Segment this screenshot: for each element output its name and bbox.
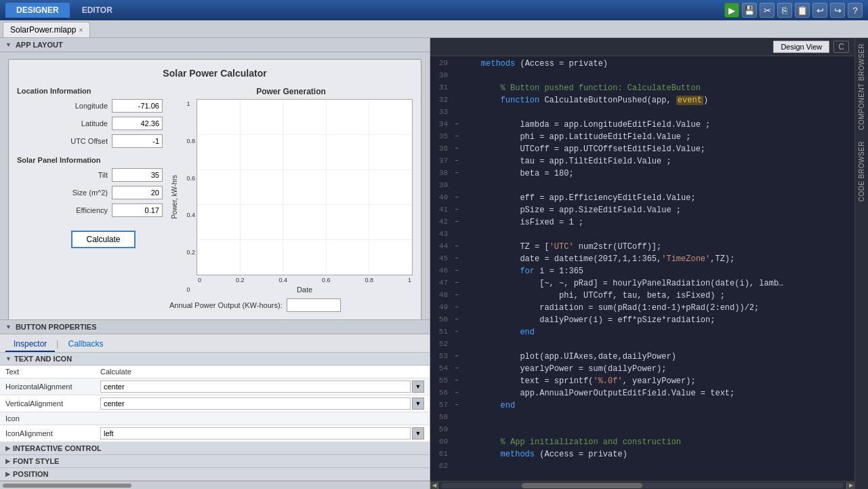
- tilt-input[interactable]: [112, 168, 163, 182]
- tilt-label: Tilt: [17, 171, 112, 179]
- code-line: 56 – app.AnnualPowerOutputEditField.Valu…: [430, 389, 854, 401]
- tab-bar: SolarPower.mlapp ×: [0, 20, 868, 38]
- app-frame-title: Solar Power Calculator: [17, 68, 413, 79]
- tilt-row: Tilt: [17, 168, 163, 182]
- annual-output-input[interactable]: [287, 298, 341, 312]
- chart-y-label: Power, kW-hrs: [171, 175, 178, 219]
- location-group-title: Location Information: [17, 87, 163, 95]
- code-line: 39: [430, 181, 854, 193]
- code-lines[interactable]: 29 methods (Access = private) 30 31 % Bu…: [430, 56, 854, 481]
- longitude-label: Longitude: [17, 102, 112, 110]
- code-line: 34 – lambda = app.LongitudeEditField.Val…: [430, 120, 854, 132]
- top-toolbar: DESIGNER EDITOR ▶ 💾 ✂ ⎘ 📋 ↩ ↪ ?: [0, 0, 868, 20]
- valign-dropdown-arrow[interactable]: ▼: [412, 397, 424, 410]
- designer-tab[interactable]: DESIGNER: [5, 3, 70, 18]
- code-line: 31 % Button pushed function: CalculateBu…: [430, 83, 854, 96]
- latitude-input[interactable]: [112, 117, 163, 130]
- code-line: 40 – eff = app.EfficiencyEditField.Value…: [430, 193, 854, 206]
- undo-icon[interactable]: ↩: [812, 3, 827, 18]
- calculate-button[interactable]: Calculate: [71, 231, 135, 248]
- code-line: 58: [430, 413, 854, 425]
- code-browser-tab[interactable]: CODE BROWSER: [856, 136, 867, 207]
- file-tab[interactable]: SolarPower.mlapp ×: [3, 22, 90, 37]
- app-layout-arrow: ▼: [5, 41, 12, 48]
- efficiency-label: Efficiency: [17, 206, 112, 214]
- props-panel: ▼ BUTTON PROPERTIES Inspector | Callback…: [0, 319, 430, 489]
- right-side-tabs: COMPONENT BROWSER CODE BROWSER: [854, 38, 868, 489]
- utcoffset-input[interactable]: [112, 134, 163, 148]
- tab-inspector[interactable]: Inspector: [5, 337, 55, 352]
- utcoffset-label: UTC Offset: [17, 137, 112, 145]
- code-line: 48 – phi, UTCoff, tau, beta, isFixed) ;: [430, 291, 854, 303]
- code-line: 52: [430, 340, 854, 352]
- code-hscroll[interactable]: ◀ ▶: [430, 481, 854, 489]
- redo-icon[interactable]: ↪: [830, 3, 845, 18]
- annual-row: Annual Power Output (KW-hours):: [169, 298, 413, 312]
- code-line: 46 – for i = 1:365: [430, 267, 854, 279]
- props-halign-row: HorizontalAlignment center ▼: [0, 378, 430, 395]
- hscroll-right[interactable]: ▶: [846, 482, 854, 489]
- text-icon-section[interactable]: ▼ TEXT AND ICON: [0, 353, 430, 366]
- file-tab-close[interactable]: ×: [79, 26, 83, 34]
- code-line: 29 methods (Access = private): [430, 59, 854, 71]
- code-line: 42 – isFixed = 1 ;: [430, 218, 854, 230]
- props-tabs: Inspector | Callbacks: [0, 334, 430, 353]
- code-line: 32 function CalculateButtonPushed(app, e…: [430, 96, 854, 108]
- valign-dropdown[interactable]: center ▼: [100, 397, 424, 410]
- iconalign-dropdown-arrow[interactable]: ▼: [412, 427, 424, 439]
- props-header[interactable]: ▼ BUTTON PROPERTIES: [0, 320, 430, 334]
- code-line: 44 – TZ = ['UTC' num2str(UTCoff)];: [430, 242, 854, 254]
- app-content: Location Information Longitude Latitude …: [17, 87, 413, 312]
- latitude-row: Latitude: [17, 117, 163, 130]
- code-line: 36 – UTCoff = app.UTCOffsetEditField.Val…: [430, 144, 854, 157]
- code-line: 45 – date = datetime(2017,1,1:365,'TimeZ…: [430, 254, 854, 267]
- code-line: 38 – beta = 180;: [430, 169, 854, 181]
- save-icon[interactable]: 💾: [742, 3, 757, 18]
- left-panel: ▼ APP LAYOUT Solar Power Calculator Loca…: [0, 38, 430, 489]
- app-layout-header[interactable]: ▼ APP LAYOUT: [0, 38, 430, 52]
- latitude-label: Latitude: [17, 119, 112, 128]
- copy-icon[interactable]: ⎘: [777, 3, 792, 18]
- panel-group-title: Solar Panel Information: [17, 156, 163, 164]
- tab-callbacks[interactable]: Callbacks: [60, 337, 111, 352]
- code-line: 37 – tau = app.TiltEditField.Value ;: [430, 157, 854, 169]
- editor-tab[interactable]: EDITOR: [71, 3, 123, 18]
- code-line: 51 – end: [430, 328, 854, 340]
- component-browser-tab[interactable]: COMPONENT BROWSER: [856, 38, 867, 136]
- code-line: 41 – pSize = app.SizeEditField.Value ;: [430, 206, 854, 218]
- code-line: 53 – plot(app.UIAxes,date,dailyPower): [430, 352, 854, 364]
- props-arrow: ▼: [5, 324, 12, 330]
- hscroll-left[interactable]: ◀: [430, 482, 438, 489]
- size-row: Size (m^2): [17, 186, 163, 199]
- chart-x-label: Date: [297, 286, 312, 294]
- iconalign-dropdown[interactable]: left ▼: [100, 427, 424, 439]
- props-text-row: Text Calculate: [0, 366, 430, 378]
- run-icon[interactable]: ▶: [724, 3, 739, 18]
- longitude-input[interactable]: [112, 99, 163, 113]
- code-line: 50 – dailyPower(i) = eff*pSize*radiation…: [430, 315, 854, 328]
- toolbar-icons: ▶ 💾 ✂ ⎘ 📋 ↩ ↪ ?: [724, 3, 863, 18]
- position-section[interactable]: ▶ POSITION: [0, 468, 430, 481]
- code-line: 55 – text = sprintf('%.0f', yearlyPower)…: [430, 376, 854, 389]
- design-view-button[interactable]: Design View: [773, 41, 829, 53]
- code-line: 54 – yearlyPower = sum(dailyPower);: [430, 364, 854, 376]
- code-line: 61 methods (Access = private): [430, 450, 854, 462]
- chart-area: Power Generation Power, kW-hrs 1 0.: [169, 87, 413, 312]
- interactive-section[interactable]: ▶ INTERACTIVE CONTROL: [0, 442, 430, 455]
- left-fields: Location Information Longitude Latitude …: [17, 87, 163, 312]
- font-style-section[interactable]: ▶ FONT STYLE: [0, 455, 430, 468]
- halign-dropdown[interactable]: center ▼: [100, 380, 424, 393]
- paste-icon[interactable]: 📋: [795, 3, 810, 18]
- code-line: 62: [430, 462, 854, 474]
- cut-icon[interactable]: ✂: [760, 3, 774, 18]
- app-layout-title: APP LAYOUT: [16, 41, 63, 49]
- size-input[interactable]: [112, 186, 163, 199]
- props-content: ▼ TEXT AND ICON Text Calculate Horizonta…: [0, 353, 430, 481]
- code-editor: Design View C 29 methods (Access = priva…: [430, 38, 854, 489]
- props-bottom-bar: [0, 481, 430, 489]
- chart-wrapper: [197, 99, 413, 275]
- props-valign-row: VerticalAlignment center ▼: [0, 395, 430, 412]
- efficiency-input[interactable]: [112, 203, 163, 217]
- help-icon[interactable]: ?: [848, 3, 863, 18]
- halign-dropdown-arrow[interactable]: ▼: [412, 380, 424, 393]
